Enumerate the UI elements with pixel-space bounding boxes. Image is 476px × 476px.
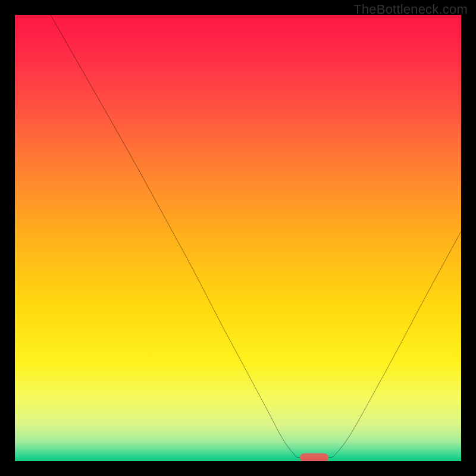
svg-rect-0 bbox=[15, 15, 461, 461]
plot-area bbox=[15, 15, 461, 461]
optimal-marker bbox=[300, 453, 328, 461]
background-gradient bbox=[15, 15, 461, 461]
chart-frame: TheBottleneck.com bbox=[0, 0, 476, 476]
watermark-text: TheBottleneck.com bbox=[353, 2, 468, 17]
